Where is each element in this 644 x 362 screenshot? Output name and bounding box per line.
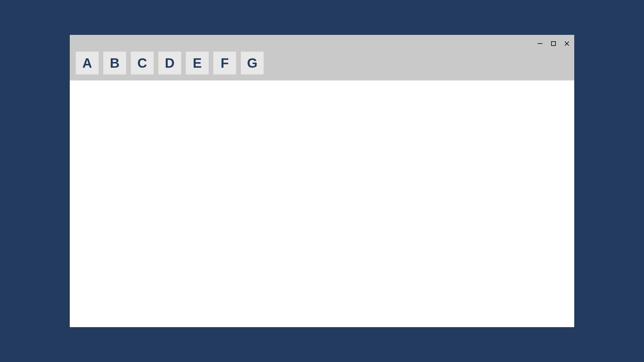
minimize-button[interactable] xyxy=(536,40,544,48)
app-window: A B C D E F G xyxy=(70,35,574,327)
toolbar-button-d[interactable]: D xyxy=(158,52,181,74)
maximize-button[interactable] xyxy=(549,40,557,48)
content-area xyxy=(70,80,574,327)
minimize-icon xyxy=(537,41,543,46)
toolbar: A B C D E F G xyxy=(76,52,264,74)
close-button[interactable] xyxy=(563,40,571,48)
toolbar-button-a[interactable]: A xyxy=(76,52,99,74)
toolbar-button-g[interactable]: G xyxy=(241,52,264,74)
svg-rect-1 xyxy=(551,42,555,46)
window-controls xyxy=(536,40,571,48)
toolbar-button-e[interactable]: E xyxy=(186,52,209,74)
titlebar: A B C D E F G xyxy=(70,35,574,80)
close-icon xyxy=(564,41,570,46)
toolbar-button-f[interactable]: F xyxy=(213,52,236,74)
maximize-icon xyxy=(551,41,556,46)
toolbar-button-b[interactable]: B xyxy=(103,52,126,74)
toolbar-button-c[interactable]: C xyxy=(131,52,154,74)
